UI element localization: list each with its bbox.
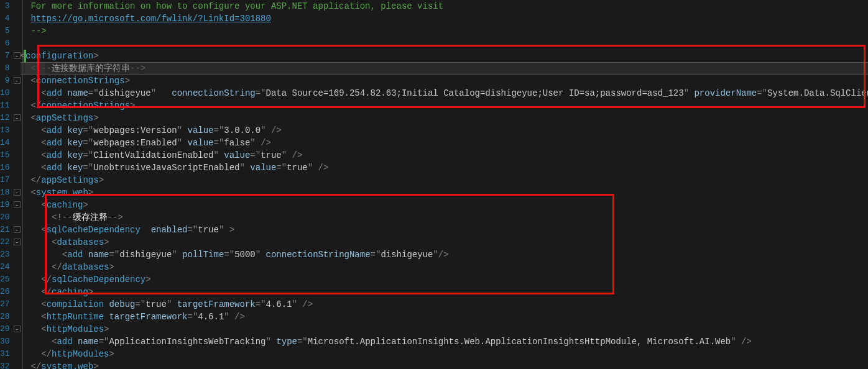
- fold-toggle: [14, 124, 21, 137]
- fold-toggle[interactable]: -: [14, 75, 21, 87]
- code-line[interactable]: <appSettings>: [21, 112, 868, 124]
- line-number[interactable]: 20: [0, 211, 10, 224]
- line-number[interactable]: 12: [0, 112, 10, 124]
- code-line[interactable]: <add key="UnobtrusiveJavaScriptEnabled" …: [21, 162, 868, 174]
- code-line[interactable]: </caching>: [21, 286, 868, 298]
- fold-toggle: [14, 360, 21, 369]
- line-number[interactable]: 17: [0, 174, 10, 186]
- fold-toggle: [14, 12, 21, 25]
- fold-toggle: [14, 162, 21, 174]
- code-line[interactable]: <configuration>: [21, 50, 868, 62]
- code-line[interactable]: <sqlCacheDependency enabled="true" >: [21, 224, 868, 236]
- line-number[interactable]: 27: [0, 298, 10, 311]
- code-line[interactable]: </databases>: [21, 261, 868, 273]
- fold-toggle: [14, 99, 21, 112]
- line-number[interactable]: 26: [0, 286, 10, 298]
- fold-toggle: [14, 286, 21, 298]
- fold-toggle: [14, 62, 21, 75]
- code-line[interactable]: For more information on how to configure…: [21, 0, 868, 12]
- line-number[interactable]: 28: [0, 311, 10, 323]
- fold-toggle: [14, 261, 21, 273]
- fold-toggle: [14, 348, 21, 360]
- code-line[interactable]: <!--缓存注释-->: [21, 211, 868, 224]
- fold-toggle[interactable]: -: [14, 50, 21, 62]
- line-number[interactable]: 13: [0, 124, 10, 137]
- fold-column[interactable]: --------: [14, 0, 21, 369]
- fold-toggle: [14, 25, 21, 37]
- fold-toggle: [14, 335, 21, 348]
- code-line[interactable]: <httpRuntime targetFramework="4.6.1" />: [21, 311, 868, 323]
- line-number[interactable]: 14: [0, 137, 10, 149]
- line-number[interactable]: 24: [0, 261, 10, 273]
- line-number[interactable]: 22: [0, 236, 10, 248]
- fold-toggle[interactable]: -: [14, 224, 21, 236]
- line-number[interactable]: 6: [0, 37, 10, 50]
- code-line[interactable]: <add name="dishigeyue" connectionString=…: [21, 87, 868, 99]
- code-line[interactable]: </appSettings>: [21, 174, 868, 186]
- fold-toggle: [14, 311, 21, 323]
- line-number[interactable]: 5: [0, 25, 10, 37]
- code-line[interactable]: <compilation debug="true" targetFramewor…: [21, 298, 868, 311]
- line-number[interactable]: 23: [0, 248, 10, 261]
- line-number[interactable]: 18: [0, 186, 10, 199]
- fold-toggle: [14, 0, 21, 12]
- fold-toggle: [14, 211, 21, 224]
- fold-toggle: [14, 298, 21, 311]
- code-editor[interactable]: 3456789101112131415161718192021222324252…: [0, 0, 868, 369]
- line-number[interactable]: 31: [0, 348, 10, 360]
- line-number[interactable]: 10: [0, 87, 10, 99]
- line-number[interactable]: 19: [0, 199, 10, 211]
- line-number[interactable]: 3: [0, 0, 10, 12]
- fold-toggle[interactable]: -: [14, 323, 21, 335]
- code-line[interactable]: <add key="ClientValidationEnabled" value…: [21, 149, 868, 162]
- fold-toggle: [14, 248, 21, 261]
- fold-toggle[interactable]: -: [14, 186, 21, 199]
- code-area[interactable]: For more information on how to configure…: [21, 0, 868, 369]
- fold-toggle[interactable]: -: [14, 236, 21, 248]
- line-number-gutter[interactable]: 3456789101112131415161718192021222324252…: [0, 0, 14, 369]
- line-number[interactable]: 29: [0, 323, 10, 335]
- line-number[interactable]: 15: [0, 149, 10, 162]
- fold-toggle[interactable]: -: [14, 199, 21, 211]
- fold-toggle: [14, 137, 21, 149]
- code-line[interactable]: <httpModules>: [21, 323, 868, 335]
- fold-toggle: [14, 87, 21, 99]
- fold-toggle[interactable]: -: [14, 112, 21, 124]
- code-line[interactable]: <databases>: [21, 236, 868, 248]
- line-number[interactable]: 30: [0, 335, 10, 348]
- line-number[interactable]: 21: [0, 224, 10, 236]
- code-line[interactable]: [21, 37, 868, 50]
- code-line[interactable]: </sqlCacheDependency>: [21, 273, 868, 286]
- code-line[interactable]: <add key="webpages:Enabled" value="false…: [21, 137, 868, 149]
- code-line[interactable]: <system.web>: [21, 186, 868, 199]
- code-line[interactable]: https://go.microsoft.com/fwlink/?LinkId=…: [21, 12, 868, 25]
- code-line[interactable]: </connectionStrings>: [21, 99, 868, 112]
- code-line[interactable]: -->: [21, 25, 868, 37]
- fold-toggle: [14, 149, 21, 162]
- fold-toggle: [14, 273, 21, 286]
- fold-toggle: [14, 37, 21, 50]
- code-line[interactable]: </system.web>: [21, 360, 868, 369]
- line-number[interactable]: 4: [0, 12, 10, 25]
- line-number[interactable]: 7: [0, 50, 10, 62]
- line-number[interactable]: 9: [0, 75, 10, 87]
- line-number[interactable]: 11: [0, 99, 10, 112]
- code-line[interactable]: </httpModules>: [21, 348, 868, 360]
- line-number[interactable]: 25: [0, 273, 10, 286]
- code-line[interactable]: <add name="ApplicationInsightsWebTrackin…: [21, 335, 868, 348]
- code-line[interactable]: <!--连接数据库的字符串-->: [21, 62, 868, 75]
- line-number[interactable]: 32: [0, 360, 10, 369]
- line-number[interactable]: 16: [0, 162, 10, 174]
- code-line[interactable]: <caching>: [21, 199, 868, 211]
- code-line[interactable]: <add key="webpages:Version" value="3.0.0…: [21, 124, 868, 137]
- line-number[interactable]: 8: [0, 62, 10, 75]
- code-line[interactable]: <connectionStrings>: [21, 75, 868, 87]
- fold-toggle: [14, 174, 21, 186]
- code-line[interactable]: <add name="dishigeyue" pollTime="5000" c…: [21, 248, 868, 261]
